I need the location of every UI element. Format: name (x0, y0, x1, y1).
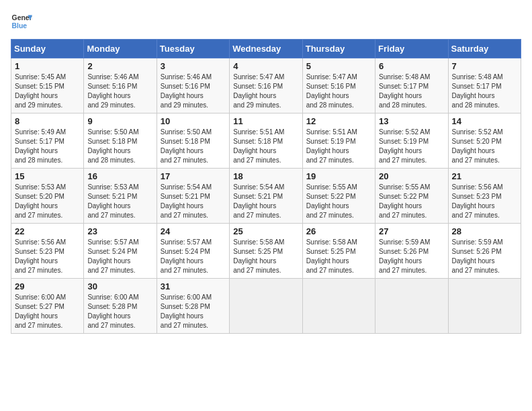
day-info: Sunrise: 5:57 AM Sunset: 5:24 PM Dayligh… (161, 238, 226, 275)
day-info: Sunrise: 5:56 AM Sunset: 5:23 PM Dayligh… (15, 238, 80, 275)
day-number: 3 (161, 61, 226, 71)
day-info: Sunrise: 5:58 AM Sunset: 5:25 PM Dayligh… (233, 238, 298, 275)
calendar-cell (375, 279, 448, 334)
day-number: 26 (306, 226, 371, 236)
calendar-cell (302, 279, 375, 334)
calendar-cell: 6 Sunrise: 5:48 AM Sunset: 5:17 PM Dayli… (375, 58, 448, 113)
calendar-cell: 3 Sunrise: 5:46 AM Sunset: 5:16 PM Dayli… (157, 58, 229, 113)
day-number: 25 (233, 226, 298, 236)
day-number: 12 (306, 116, 371, 126)
weekday-header: Monday (84, 40, 157, 58)
calendar-cell: 20 Sunrise: 5:55 AM Sunset: 5:22 PM Dayl… (375, 169, 448, 224)
calendar-cell: 15 Sunrise: 5:53 AM Sunset: 5:20 PM Dayl… (11, 169, 84, 224)
day-number: 9 (87, 116, 152, 126)
calendar-cell: 26 Sunrise: 5:58 AM Sunset: 5:25 PM Dayl… (302, 224, 375, 279)
day-number: 4 (233, 61, 298, 71)
day-info: Sunrise: 6:00 AM Sunset: 5:28 PM Dayligh… (87, 293, 152, 330)
calendar-cell: 25 Sunrise: 5:58 AM Sunset: 5:25 PM Dayl… (230, 224, 302, 279)
calendar-week-row: 8 Sunrise: 5:49 AM Sunset: 5:17 PM Dayli… (11, 113, 521, 169)
day-info: Sunrise: 5:53 AM Sunset: 5:21 PM Dayligh… (87, 183, 152, 220)
day-info: Sunrise: 5:56 AM Sunset: 5:23 PM Dayligh… (452, 183, 517, 220)
day-number: 20 (379, 171, 444, 181)
logo-icon: General Blue (11, 11, 32, 32)
weekday-header: Sunday (11, 40, 84, 58)
day-number: 29 (15, 281, 80, 291)
weekday-header: Wednesday (230, 40, 302, 58)
day-number: 18 (233, 171, 298, 181)
day-info: Sunrise: 5:54 AM Sunset: 5:21 PM Dayligh… (161, 183, 226, 220)
day-number: 11 (233, 116, 298, 126)
day-number: 16 (87, 171, 152, 181)
day-info: Sunrise: 5:58 AM Sunset: 5:25 PM Dayligh… (306, 238, 371, 275)
day-info: Sunrise: 5:59 AM Sunset: 5:26 PM Dayligh… (452, 238, 517, 275)
day-info: Sunrise: 5:55 AM Sunset: 5:22 PM Dayligh… (306, 183, 371, 220)
day-info: Sunrise: 5:47 AM Sunset: 5:16 PM Dayligh… (306, 73, 371, 110)
day-info: Sunrise: 5:46 AM Sunset: 5:16 PM Dayligh… (161, 73, 226, 110)
calendar-week-row: 22 Sunrise: 5:56 AM Sunset: 5:23 PM Dayl… (11, 224, 521, 279)
calendar-cell: 2 Sunrise: 5:46 AM Sunset: 5:16 PM Dayli… (84, 58, 157, 113)
day-number: 17 (161, 171, 226, 181)
day-info: Sunrise: 5:57 AM Sunset: 5:24 PM Dayligh… (87, 238, 152, 275)
calendar-cell: 19 Sunrise: 5:55 AM Sunset: 5:22 PM Dayl… (302, 169, 375, 224)
day-number: 8 (15, 116, 80, 126)
day-number: 21 (452, 171, 517, 181)
calendar-cell: 28 Sunrise: 5:59 AM Sunset: 5:26 PM Dayl… (448, 224, 521, 279)
day-number: 14 (452, 116, 517, 126)
day-number: 23 (87, 226, 152, 236)
calendar-cell: 8 Sunrise: 5:49 AM Sunset: 5:17 PM Dayli… (11, 113, 84, 169)
day-number: 7 (452, 61, 517, 71)
calendar-cell: 12 Sunrise: 5:51 AM Sunset: 5:19 PM Dayl… (302, 113, 375, 169)
day-number: 1 (15, 61, 80, 71)
calendar-cell: 31 Sunrise: 6:00 AM Sunset: 5:28 PM Dayl… (157, 279, 229, 334)
calendar-cell: 5 Sunrise: 5:47 AM Sunset: 5:16 PM Dayli… (302, 58, 375, 113)
day-info: Sunrise: 5:52 AM Sunset: 5:19 PM Dayligh… (379, 128, 444, 165)
day-info: Sunrise: 6:00 AM Sunset: 5:27 PM Dayligh… (15, 293, 80, 330)
day-number: 22 (15, 226, 80, 236)
day-info: Sunrise: 5:54 AM Sunset: 5:21 PM Dayligh… (233, 183, 298, 220)
day-info: Sunrise: 5:48 AM Sunset: 5:17 PM Dayligh… (452, 73, 517, 110)
calendar-cell: 24 Sunrise: 5:57 AM Sunset: 5:24 PM Dayl… (157, 224, 229, 279)
calendar-cell: 1 Sunrise: 5:45 AM Sunset: 5:15 PM Dayli… (11, 58, 84, 113)
calendar-cell: 29 Sunrise: 6:00 AM Sunset: 5:27 PM Dayl… (11, 279, 84, 334)
day-number: 2 (87, 61, 152, 71)
day-info: Sunrise: 5:48 AM Sunset: 5:17 PM Dayligh… (379, 73, 444, 110)
calendar-week-row: 15 Sunrise: 5:53 AM Sunset: 5:20 PM Dayl… (11, 169, 521, 224)
day-number: 31 (161, 281, 226, 291)
day-info: Sunrise: 5:47 AM Sunset: 5:16 PM Dayligh… (233, 73, 298, 110)
calendar-cell: 4 Sunrise: 5:47 AM Sunset: 5:16 PM Dayli… (230, 58, 302, 113)
page-header: General Blue (11, 11, 521, 32)
day-info: Sunrise: 5:46 AM Sunset: 5:16 PM Dayligh… (87, 73, 152, 110)
calendar-cell: 18 Sunrise: 5:54 AM Sunset: 5:21 PM Dayl… (230, 169, 302, 224)
day-info: Sunrise: 5:59 AM Sunset: 5:26 PM Dayligh… (379, 238, 444, 275)
day-number: 27 (379, 226, 444, 236)
calendar-cell (448, 279, 521, 334)
weekday-header: Thursday (302, 40, 375, 58)
calendar-cell: 21 Sunrise: 5:56 AM Sunset: 5:23 PM Dayl… (448, 169, 521, 224)
day-number: 15 (15, 171, 80, 181)
day-number: 24 (161, 226, 226, 236)
day-info: Sunrise: 5:45 AM Sunset: 5:15 PM Dayligh… (15, 73, 80, 110)
logo: General Blue (11, 11, 32, 32)
day-info: Sunrise: 5:49 AM Sunset: 5:17 PM Dayligh… (15, 128, 80, 165)
calendar-cell: 30 Sunrise: 6:00 AM Sunset: 5:28 PM Dayl… (84, 279, 157, 334)
calendar-cell: 10 Sunrise: 5:50 AM Sunset: 5:18 PM Dayl… (157, 113, 229, 169)
svg-text:Blue: Blue (12, 22, 28, 30)
calendar-week-row: 29 Sunrise: 6:00 AM Sunset: 5:27 PM Dayl… (11, 279, 521, 334)
day-info: Sunrise: 5:53 AM Sunset: 5:20 PM Dayligh… (15, 183, 80, 220)
calendar-table: SundayMondayTuesdayWednesdayThursdayFrid… (11, 39, 521, 334)
calendar-cell: 11 Sunrise: 5:51 AM Sunset: 5:18 PM Dayl… (230, 113, 302, 169)
calendar-cell: 13 Sunrise: 5:52 AM Sunset: 5:19 PM Dayl… (375, 113, 448, 169)
day-number: 10 (161, 116, 226, 126)
day-number: 13 (379, 116, 444, 126)
day-number: 30 (87, 281, 152, 291)
day-info: Sunrise: 5:52 AM Sunset: 5:20 PM Dayligh… (452, 128, 517, 165)
day-number: 28 (452, 226, 517, 236)
calendar-cell: 23 Sunrise: 5:57 AM Sunset: 5:24 PM Dayl… (84, 224, 157, 279)
calendar-cell: 27 Sunrise: 5:59 AM Sunset: 5:26 PM Dayl… (375, 224, 448, 279)
weekday-header: Friday (375, 40, 448, 58)
calendar-week-row: 1 Sunrise: 5:45 AM Sunset: 5:15 PM Dayli… (11, 58, 521, 113)
day-number: 5 (306, 61, 371, 71)
day-info: Sunrise: 5:51 AM Sunset: 5:19 PM Dayligh… (306, 128, 371, 165)
weekday-header: Saturday (448, 40, 521, 58)
weekday-header: Tuesday (157, 40, 229, 58)
